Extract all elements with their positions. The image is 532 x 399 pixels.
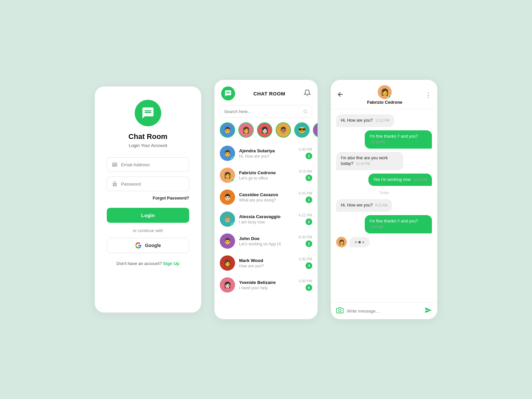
chat-list-item[interactable]: 👩 Mark Wood How are you? 3:30 PM 4 (214, 252, 318, 274)
conv-user-info: 👩 Fabrizio Cedrone (347, 85, 422, 105)
chat-meta: 4:12 PM 2 (299, 213, 312, 225)
login-button[interactable]: Login (107, 208, 189, 223)
conversation-header: 👩 Fabrizio Cedrone ⋮ (331, 80, 437, 109)
typing-dot (362, 241, 364, 243)
message-row: I'm fine thanks !! and you? 9:16 AM (336, 215, 432, 233)
chat-icon (141, 106, 155, 120)
message-time: 3:30 PM (299, 257, 312, 261)
message-timestamp: 9:15 AM (375, 203, 387, 207)
story-avatar[interactable]: 👩🏻 (257, 122, 272, 138)
message-row: Yes i'm working now 12:18 PM (336, 174, 432, 186)
chat-meta: 9:15 AM 5 (299, 169, 312, 181)
contact-info: Ajendra Sutariya Hi, How are you? (239, 148, 295, 159)
google-icon (135, 242, 142, 249)
contact-avatar: 👨 (220, 146, 235, 161)
story-avatar[interactable]: 👨🏽 (276, 122, 291, 138)
typing-dot (355, 241, 357, 243)
conversation-avatar: 👩 (378, 85, 392, 99)
message-bubble: Yes i'm working now 12:18 PM (368, 174, 432, 186)
chat-list-item[interactable]: 👨 John Doe Let's working on App UI 8:30 … (214, 230, 318, 252)
story-avatar[interactable]: 👩 (238, 122, 254, 138)
email-input[interactable] (121, 162, 184, 167)
unread-badge: 6 (306, 284, 312, 291)
search-bar (220, 105, 312, 118)
chat-list-item[interactable]: 👩🏻 Yvenide Belizaire I need your help 3:… (214, 274, 318, 296)
message-timestamp: 12:16 PM (356, 162, 370, 166)
message-time: 6:26 PM (299, 191, 312, 195)
message-bubble: I'm fine thanks !! and you? 12:16 PM (365, 130, 432, 149)
contact-avatar: 👩 (220, 255, 235, 271)
lock-icon (112, 181, 118, 187)
contact-name: Ajendra Sutariya (239, 148, 295, 153)
message-preview: How are you? (239, 264, 295, 268)
message-preview: I need your help (239, 286, 295, 290)
message-time: 3:30 PM (299, 279, 312, 283)
message-timestamp: 12:15 PM (375, 119, 389, 122)
chat-meta: 3:30 PM 6 (299, 279, 312, 291)
contact-avatar: 👨🏼 (220, 211, 235, 227)
message-bubble: Hi, How are you? 9:15 AM (336, 199, 392, 212)
chat-list-item[interactable]: 👩 Fabrizio Cedrone Let's go to office 9:… (214, 164, 318, 186)
password-field-wrapper (107, 177, 189, 191)
contact-name: Yvenide Belizaire (239, 280, 295, 285)
search-icon (303, 108, 308, 114)
search-input[interactable] (224, 109, 300, 114)
login-panel: Chat Room Login Your Account Forgot Pass… (95, 86, 201, 313)
chat-list-item[interactable]: 👨 Ajendra Sutariya Hi, How are you? 3:30… (214, 142, 318, 164)
contact-name: Fabrizio Cedrone (239, 170, 295, 175)
contact-name: Alessia Caravaggio (239, 214, 295, 219)
message-timestamp: 9:16 AM (371, 225, 383, 229)
message-time: 8:30 PM (299, 235, 312, 239)
contact-info: Yvenide Belizaire I need your help (239, 280, 295, 290)
signup-prompt: Don't have an account? Sign Up (117, 261, 180, 266)
chatlist-chat-icon (224, 90, 232, 97)
conv-online-dot (388, 95, 391, 99)
typing-row: 👩 (336, 237, 432, 247)
story-avatar[interactable]: 😎 (294, 122, 310, 138)
camera-icon[interactable] (336, 307, 343, 315)
chat-list-item[interactable]: 👨🏼 Alessia Caravaggio I am busy now 4:12… (214, 208, 318, 230)
chatlist-panel: CHAT ROOM 👨 👩 👩🏻 👨🏽 😎 👩🏼 (214, 80, 318, 319)
password-input[interactable] (121, 182, 184, 187)
conversation-panel: 👩 Fabrizio Cedrone ⋮ Hi, How are you? 12… (331, 80, 437, 319)
google-label: Google (145, 243, 161, 248)
send-button[interactable] (425, 307, 432, 315)
message-preview: Let's go to office (239, 176, 295, 181)
contact-info: John Doe Let's working on App UI (239, 236, 295, 246)
back-button[interactable] (337, 91, 344, 99)
story-avatar[interactable]: 👩🏼 (313, 122, 318, 138)
story-avatar[interactable]: 👨 (220, 122, 235, 138)
message-input[interactable] (347, 309, 421, 314)
unread-badge: 1 (306, 197, 312, 203)
email-icon (112, 162, 118, 168)
chat-list-item[interactable]: 👨🏻 Cassidee Cavazos What are you doing? … (214, 186, 318, 208)
forgot-password-link[interactable]: Forgot Password? (153, 196, 189, 200)
message-bubble: I'm fine thanks !! and you? 9:16 AM (365, 215, 432, 233)
chat-meta: 3:30 PM 2 (299, 147, 312, 159)
message-preview: Let's working on App UI (239, 242, 295, 246)
message-time: 4:12 PM (299, 213, 312, 217)
more-options-button[interactable]: ⋮ (425, 91, 431, 99)
notification-icon[interactable] (304, 89, 311, 98)
message-time: 9:15 AM (299, 169, 312, 173)
message-timestamp: 12:18 PM (413, 178, 427, 182)
unread-badge: 2 (306, 218, 312, 225)
screens-container: Chat Room Login Your Account Forgot Pass… (75, 60, 457, 339)
contact-avatar: 👩 (220, 168, 235, 183)
signup-link[interactable]: Sign Up (163, 261, 179, 266)
message-time: 3:30 PM (299, 147, 312, 151)
message-preview: I am busy now (239, 220, 295, 224)
message-timestamp: 12:16 PM (371, 140, 385, 144)
message-row: I'm also fine are you work today? 12:16 … (336, 152, 432, 170)
chat-meta: 8:30 PM 2 (299, 235, 312, 247)
typing-dot (358, 241, 361, 243)
typing-avatar: 👩 (336, 237, 347, 247)
date-divider: Today (336, 191, 432, 195)
story-row: 👨 👩 👩🏻 👨🏽 😎 👩🏼 (214, 122, 318, 142)
contact-avatar: 👨 (220, 233, 235, 249)
unread-badge: 2 (306, 153, 312, 159)
chatlist-header: CHAT ROOM (214, 80, 318, 105)
google-login-button[interactable]: Google (107, 238, 189, 253)
typing-indicator (349, 237, 370, 247)
message-preview: What are you doing? (239, 198, 295, 202)
